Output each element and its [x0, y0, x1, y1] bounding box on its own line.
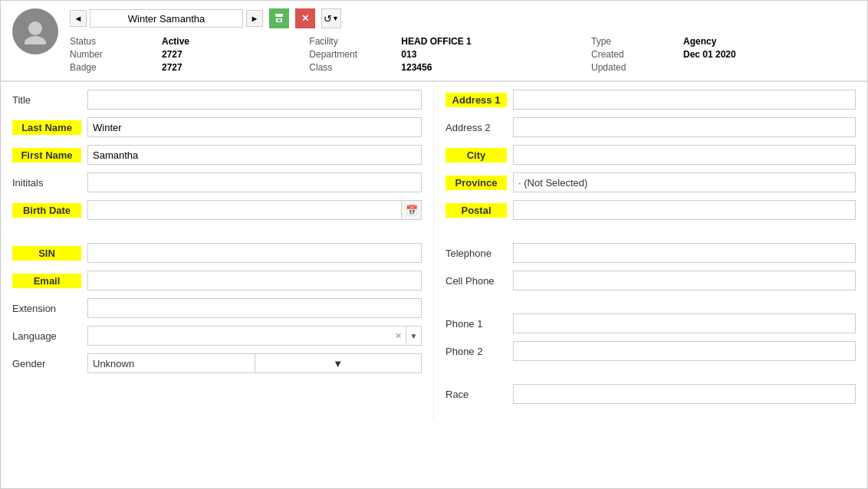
prev-button[interactable]: ◄	[70, 10, 87, 27]
firstname-input[interactable]	[87, 145, 422, 165]
phone1-label: Phone 1	[446, 318, 507, 330]
right-panel: Address 1 Address 2 City Province · (Not…	[434, 82, 867, 419]
address2-input[interactable]	[513, 117, 856, 137]
race-row: Race	[446, 384, 856, 404]
birthdate-input[interactable]	[87, 200, 402, 220]
updated-value	[683, 62, 856, 73]
language-input[interactable]	[88, 327, 390, 345]
number-value: 2727	[162, 49, 309, 60]
race-input[interactable]	[513, 384, 856, 404]
svg-rect-2	[275, 14, 283, 17]
svg-point-0	[28, 21, 42, 35]
firstname-row: First Name	[12, 145, 422, 165]
email-label: Email	[12, 274, 81, 288]
save-button[interactable]	[269, 8, 289, 28]
postal-input[interactable]	[513, 200, 856, 220]
avatar	[12, 8, 58, 54]
dropdown-icon: ▼	[332, 15, 339, 22]
lastname-row: Last Name	[12, 117, 422, 137]
gender-select[interactable]: Unknown ▼	[87, 353, 422, 373]
svg-point-1	[25, 36, 46, 44]
type-label: Type	[591, 36, 683, 47]
province-value: · (Not Selected)	[514, 176, 855, 190]
province-label: Province	[446, 176, 507, 190]
city-row: City	[446, 145, 856, 165]
sin-label: SIN	[12, 246, 81, 261]
undo-icon: ↺	[324, 13, 332, 25]
svg-rect-4	[278, 19, 281, 21]
cellphone-label: Cell Phone	[446, 275, 507, 287]
delete-icon: ✕	[301, 13, 309, 24]
telephone-row: Telephone	[446, 243, 856, 263]
delete-button[interactable]: ✕	[295, 8, 315, 28]
language-row: Language ✕ ▼	[12, 326, 422, 346]
type-value: Agency	[683, 36, 856, 47]
updated-label: Updated	[591, 62, 683, 73]
address1-row: Address 1	[446, 90, 856, 110]
phone1-input[interactable]	[513, 313, 856, 333]
lastname-input[interactable]	[87, 117, 422, 137]
email-input[interactable]	[87, 271, 422, 290]
address1-label: Address 1	[446, 93, 507, 107]
info-grid: Status Active Facility HEAD OFFICE 1 Typ…	[70, 36, 856, 73]
language-label: Language	[12, 330, 81, 342]
gender-row: Gender Unknown ▼	[12, 353, 422, 373]
avatar-circle	[12, 8, 58, 54]
birthdate-label: Birth Date	[12, 203, 81, 218]
birthdate-row: Birth Date 📅	[12, 200, 422, 220]
sin-row: SIN	[12, 243, 422, 263]
cellphone-row: Cell Phone	[446, 271, 856, 290]
class-label: Class	[309, 62, 401, 73]
city-label: City	[446, 148, 507, 162]
address2-label: Address 2	[446, 122, 507, 133]
firstname-label: First Name	[12, 148, 81, 162]
cellphone-input[interactable]	[513, 271, 856, 290]
sin-input[interactable]	[87, 243, 422, 263]
phone2-row: Phone 2	[446, 341, 856, 361]
calendar-button[interactable]: 📅	[402, 200, 422, 220]
initials-input[interactable]	[87, 172, 422, 192]
phone2-input[interactable]	[513, 341, 856, 361]
class-value: 123456	[401, 62, 591, 73]
address1-input[interactable]	[513, 90, 856, 110]
language-clear-button[interactable]: ✕	[390, 327, 406, 345]
telephone-label: Telephone	[446, 248, 507, 259]
phone2-label: Phone 2	[446, 346, 507, 357]
nav-row: ◄ Winter Samantha ► ✕ ↺ ▼	[70, 8, 856, 28]
email-row: Email	[12, 271, 422, 290]
created-label: Created	[591, 49, 683, 60]
address2-row: Address 2	[446, 117, 856, 137]
status-value: Active	[162, 36, 309, 47]
birthdate-wrapper: 📅	[87, 200, 422, 220]
lastname-label: Last Name	[12, 120, 81, 135]
calendar-icon: 📅	[406, 205, 418, 216]
telephone-input[interactable]	[513, 243, 856, 263]
city-input[interactable]	[513, 145, 856, 165]
gender-label: Gender	[12, 358, 81, 369]
department-value: 013	[401, 49, 591, 60]
initials-label: Inititals	[12, 177, 81, 189]
extension-row: Extension	[12, 298, 422, 318]
badge-value: 2727	[162, 62, 309, 73]
language-select-wrapper: ✕ ▼	[87, 326, 422, 346]
header: ◄ Winter Samantha ► ✕ ↺ ▼ Status Active …	[1, 1, 867, 81]
header-right: ◄ Winter Samantha ► ✕ ↺ ▼ Status Active …	[70, 8, 856, 73]
province-select[interactable]: · (Not Selected)	[513, 172, 856, 192]
province-row: Province · (Not Selected)	[446, 172, 856, 192]
content: Title Last Name First Name Inititals Bir…	[1, 81, 867, 419]
title-input[interactable]	[87, 90, 422, 110]
race-label: Race	[446, 389, 507, 400]
extension-label: Extension	[12, 303, 81, 314]
title-row: Title	[12, 90, 422, 110]
department-label: Department	[309, 49, 401, 60]
number-label: Number	[70, 49, 162, 60]
next-button[interactable]: ►	[246, 10, 263, 27]
left-panel: Title Last Name First Name Inititals Bir…	[1, 82, 434, 419]
language-dropdown-icon[interactable]: ▼	[406, 327, 421, 345]
title-label: Title	[12, 94, 81, 106]
facility-value: HEAD OFFICE 1	[401, 36, 591, 47]
employee-name: Winter Samantha	[90, 9, 243, 28]
gender-dropdown-icon[interactable]: ▼	[255, 354, 422, 372]
undo-button[interactable]: ↺ ▼	[321, 8, 341, 28]
extension-input[interactable]	[87, 298, 422, 318]
